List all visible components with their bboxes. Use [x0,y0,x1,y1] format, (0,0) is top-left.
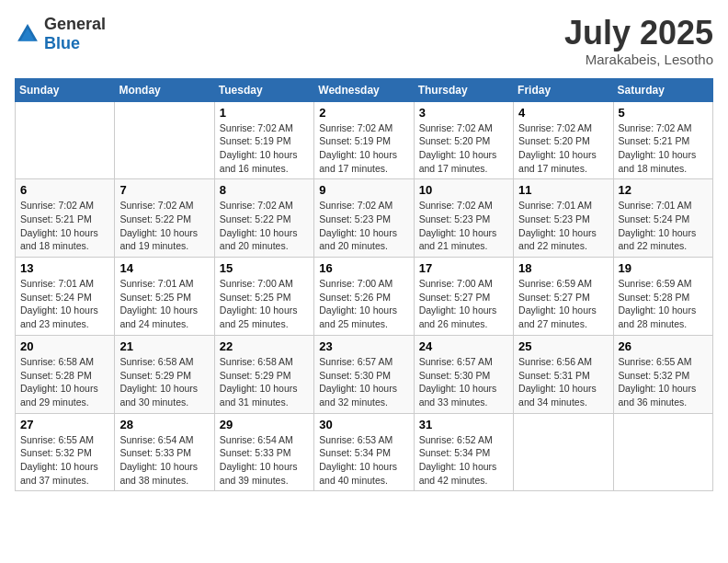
calendar-cell: 6Sunrise: 7:02 AM Sunset: 5:21 PM Daylig… [16,179,115,258]
calendar-cell: 13Sunrise: 7:01 AM Sunset: 5:24 PM Dayli… [16,258,115,336]
day-number: 16 [319,261,408,275]
calendar-cell [613,413,712,491]
day-detail: Sunrise: 7:02 AM Sunset: 5:23 PM Dayligh… [319,199,408,253]
calendar-cell: 23Sunrise: 6:57 AM Sunset: 5:30 PM Dayli… [314,335,414,413]
calendar-cell: 28Sunrise: 6:54 AM Sunset: 5:33 PM Dayli… [115,413,214,491]
calendar-week-row: 27Sunrise: 6:55 AM Sunset: 5:32 PM Dayli… [16,413,713,491]
header-monday: Monday [115,78,214,101]
calendar-cell: 24Sunrise: 6:57 AM Sunset: 5:30 PM Dayli… [414,335,513,413]
day-detail: Sunrise: 7:02 AM Sunset: 5:21 PM Dayligh… [20,199,109,253]
day-detail: Sunrise: 7:01 AM Sunset: 5:24 PM Dayligh… [20,277,109,331]
header-thursday: Thursday [414,78,513,101]
header-wednesday: Wednesday [314,78,414,101]
calendar-cell: 2Sunrise: 7:02 AM Sunset: 5:19 PM Daylig… [314,101,414,179]
calendar-week-row: 6Sunrise: 7:02 AM Sunset: 5:21 PM Daylig… [16,179,713,258]
day-detail: Sunrise: 7:00 AM Sunset: 5:26 PM Dayligh… [319,277,408,331]
calendar-cell: 21Sunrise: 6:58 AM Sunset: 5:29 PM Dayli… [115,335,214,413]
calendar-cell: 12Sunrise: 7:01 AM Sunset: 5:24 PM Dayli… [613,179,712,258]
calendar-cell: 30Sunrise: 6:53 AM Sunset: 5:34 PM Dayli… [314,413,414,491]
day-detail: Sunrise: 6:55 AM Sunset: 5:32 PM Dayligh… [20,433,109,488]
logo: General Blue [15,15,106,53]
day-detail: Sunrise: 7:00 AM Sunset: 5:27 PM Dayligh… [419,277,508,331]
day-number: 23 [319,339,408,353]
header-sunday: Sunday [16,78,115,101]
calendar-cell: 10Sunrise: 7:02 AM Sunset: 5:23 PM Dayli… [414,179,513,258]
day-number: 6 [20,183,109,197]
calendar-cell: 5Sunrise: 7:02 AM Sunset: 5:21 PM Daylig… [613,101,712,179]
day-detail: Sunrise: 7:02 AM Sunset: 5:20 PM Dayligh… [419,121,508,176]
day-detail: Sunrise: 6:57 AM Sunset: 5:30 PM Dayligh… [319,355,408,409]
day-detail: Sunrise: 6:58 AM Sunset: 5:29 PM Dayligh… [119,355,209,409]
day-detail: Sunrise: 6:56 AM Sunset: 5:31 PM Dayligh… [518,355,608,409]
calendar-cell [16,101,115,179]
calendar-cell: 7Sunrise: 7:02 AM Sunset: 5:22 PM Daylig… [115,179,214,258]
calendar-cell: 19Sunrise: 6:59 AM Sunset: 5:28 PM Dayli… [613,258,712,336]
day-detail: Sunrise: 7:01 AM Sunset: 5:25 PM Dayligh… [119,277,209,331]
day-number: 4 [518,106,608,120]
day-number: 2 [319,106,408,120]
day-detail: Sunrise: 6:58 AM Sunset: 5:29 PM Dayligh… [220,355,309,409]
calendar-cell: 25Sunrise: 6:56 AM Sunset: 5:31 PM Dayli… [514,335,613,413]
day-detail: Sunrise: 7:01 AM Sunset: 5:24 PM Dayligh… [619,199,708,253]
day-detail: Sunrise: 6:54 AM Sunset: 5:33 PM Dayligh… [220,433,309,488]
day-number: 3 [419,106,508,120]
day-detail: Sunrise: 6:55 AM Sunset: 5:32 PM Dayligh… [619,355,708,409]
day-number: 14 [119,261,209,275]
day-detail: Sunrise: 7:00 AM Sunset: 5:25 PM Dayligh… [220,277,309,331]
day-number: 24 [419,339,508,353]
calendar-cell: 17Sunrise: 7:00 AM Sunset: 5:27 PM Dayli… [414,258,513,336]
day-number: 18 [518,261,608,275]
day-number: 21 [119,339,209,353]
day-detail: Sunrise: 7:02 AM Sunset: 5:19 PM Dayligh… [220,121,309,176]
day-number: 20 [20,339,109,353]
logo-icon [15,21,40,47]
day-detail: Sunrise: 6:59 AM Sunset: 5:28 PM Dayligh… [619,277,708,331]
day-detail: Sunrise: 6:52 AM Sunset: 5:34 PM Dayligh… [419,433,508,488]
day-detail: Sunrise: 6:54 AM Sunset: 5:33 PM Dayligh… [119,433,209,488]
day-detail: Sunrise: 6:57 AM Sunset: 5:30 PM Dayligh… [419,355,508,409]
day-number: 31 [419,418,508,431]
calendar-cell: 15Sunrise: 7:00 AM Sunset: 5:25 PM Dayli… [214,258,313,336]
calendar-cell: 29Sunrise: 6:54 AM Sunset: 5:33 PM Dayli… [214,413,313,491]
day-detail: Sunrise: 7:02 AM Sunset: 5:23 PM Dayligh… [419,199,508,253]
day-number: 27 [20,418,109,431]
day-detail: Sunrise: 7:02 AM Sunset: 5:20 PM Dayligh… [518,121,608,176]
day-detail: Sunrise: 6:58 AM Sunset: 5:28 PM Dayligh… [20,355,109,409]
header-tuesday: Tuesday [214,78,313,101]
day-number: 10 [419,183,508,197]
day-number: 26 [619,339,708,353]
calendar-cell: 16Sunrise: 7:00 AM Sunset: 5:26 PM Dayli… [314,258,414,336]
calendar-cell [115,101,214,179]
calendar-cell: 22Sunrise: 6:58 AM Sunset: 5:29 PM Dayli… [214,335,313,413]
calendar-week-row: 20Sunrise: 6:58 AM Sunset: 5:28 PM Dayli… [16,335,713,413]
day-number: 8 [220,183,309,197]
calendar-cell: 4Sunrise: 7:02 AM Sunset: 5:20 PM Daylig… [514,101,613,179]
day-detail: Sunrise: 6:59 AM Sunset: 5:27 PM Dayligh… [518,277,608,331]
day-detail: Sunrise: 6:53 AM Sunset: 5:34 PM Dayligh… [319,433,408,488]
day-number: 13 [20,261,109,275]
day-number: 29 [220,418,309,431]
calendar-cell: 3Sunrise: 7:02 AM Sunset: 5:20 PM Daylig… [414,101,513,179]
calendar-cell: 27Sunrise: 6:55 AM Sunset: 5:32 PM Dayli… [16,413,115,491]
logo-general-text: General [44,15,106,33]
logo-blue-text: Blue [44,34,80,52]
calendar-cell [514,413,613,491]
calendar-cell: 18Sunrise: 6:59 AM Sunset: 5:27 PM Dayli… [514,258,613,336]
day-detail: Sunrise: 7:02 AM Sunset: 5:22 PM Dayligh… [119,199,209,253]
calendar-cell: 20Sunrise: 6:58 AM Sunset: 5:28 PM Dayli… [16,335,115,413]
calendar-cell: 31Sunrise: 6:52 AM Sunset: 5:34 PM Dayli… [414,413,513,491]
day-number: 25 [518,339,608,353]
calendar-week-row: 13Sunrise: 7:01 AM Sunset: 5:24 PM Dayli… [16,258,713,336]
header-friday: Friday [514,78,613,101]
calendar-cell: 11Sunrise: 7:01 AM Sunset: 5:23 PM Dayli… [514,179,613,258]
day-number: 17 [419,261,508,275]
day-number: 12 [619,183,708,197]
calendar-cell: 9Sunrise: 7:02 AM Sunset: 5:23 PM Daylig… [314,179,414,258]
calendar-week-row: 1Sunrise: 7:02 AM Sunset: 5:19 PM Daylig… [16,101,713,179]
title-area: July 2025 Marakabeis, Lesotho [564,15,713,67]
calendar-cell: 8Sunrise: 7:02 AM Sunset: 5:22 PM Daylig… [214,179,313,258]
title-month: July 2025 [564,15,713,52]
day-number: 30 [319,418,408,431]
day-detail: Sunrise: 7:01 AM Sunset: 5:23 PM Dayligh… [518,199,608,253]
title-location: Marakabeis, Lesotho [564,52,713,67]
